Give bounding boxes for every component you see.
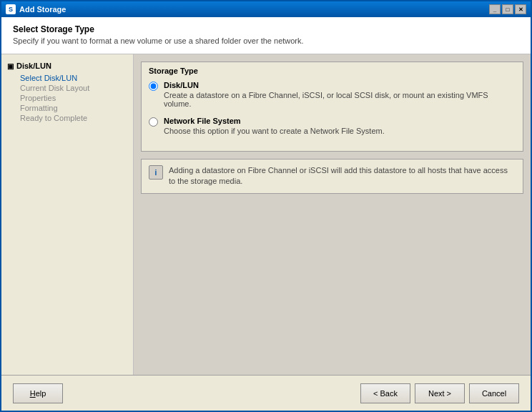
info-icon: i: [149, 165, 163, 180]
sidebar-item-properties[interactable]: Properties: [7, 93, 127, 103]
header-section: Select Storage Type Specify if you want …: [1, 17, 531, 54]
sidebar-item-formatting[interactable]: Formatting: [7, 103, 127, 113]
close-button[interactable]: ✕: [515, 4, 526, 14]
info-text: Adding a datastore on Fibre Channel or i…: [169, 165, 516, 187]
header-subtitle: Specify if you want to format a new volu…: [13, 36, 519, 45]
sidebar-category-disk-lun: Disk/LUN: [7, 62, 127, 70]
storage-type-group: Storage Type Disk/LUN Create a datastore…: [141, 62, 523, 152]
add-storage-window: S Add Storage _ □ ✕ Select Storage Type …: [0, 0, 532, 412]
window-icon: S: [6, 4, 16, 14]
network-fs-title: Network File System: [164, 117, 516, 125]
disk-lun-radio[interactable]: [149, 82, 158, 91]
sidebar-item-ready-to-complete[interactable]: Ready to Complete: [7, 113, 127, 123]
network-fs-content: Network File System Choose this option i…: [164, 117, 516, 135]
network-fs-desc: Choose this option if you want to create…: [164, 127, 516, 135]
back-button[interactable]: < Back: [360, 383, 410, 403]
network-fs-option[interactable]: Network File System Choose this option i…: [149, 117, 516, 135]
help-button[interactable]: Help: [13, 383, 63, 403]
next-button[interactable]: Next >: [415, 383, 465, 403]
info-box: i Adding a datastore on Fibre Channel or…: [141, 159, 523, 194]
footer: Help < Back Next > Cancel: [1, 375, 531, 411]
titlebar-buttons: _ □ ✕: [489, 4, 526, 14]
sidebar-category-label: Disk/LUN: [16, 62, 51, 70]
disk-lun-desc: Create a datastore on a Fibre Channel, i…: [164, 91, 516, 108]
disk-lun-option[interactable]: Disk/LUN Create a datastore on a Fibre C…: [149, 81, 516, 108]
disk-lun-title: Disk/LUN: [164, 81, 516, 89]
footer-right: < Back Next > Cancel: [360, 383, 519, 403]
group-label: Storage Type: [149, 67, 516, 75]
sidebar: Disk/LUN Select Disk/LUN Current Disk La…: [1, 54, 134, 375]
content-area: Storage Type Disk/LUN Create a datastore…: [134, 54, 531, 375]
main-content: Disk/LUN Select Disk/LUN Current Disk La…: [1, 54, 531, 375]
footer-left: Help: [13, 383, 360, 403]
sidebar-item-current-disk-layout[interactable]: Current Disk Layout: [7, 83, 127, 93]
minimize-button[interactable]: _: [489, 4, 501, 14]
maximize-button[interactable]: □: [502, 4, 513, 14]
cancel-button[interactable]: Cancel: [469, 383, 519, 403]
header-title: Select Storage Type: [13, 24, 519, 34]
titlebar: S Add Storage _ □ ✕: [1, 1, 531, 17]
network-fs-radio[interactable]: [149, 117, 158, 127]
window-title: Add Storage: [19, 5, 489, 14]
sidebar-item-select-disk-lun[interactable]: Select Disk/LUN: [7, 73, 127, 83]
disk-lun-content: Disk/LUN Create a datastore on a Fibre C…: [164, 81, 516, 108]
